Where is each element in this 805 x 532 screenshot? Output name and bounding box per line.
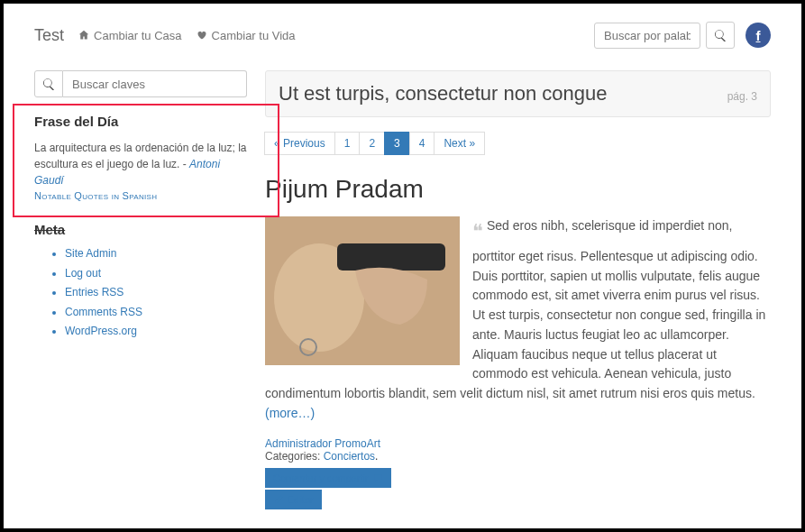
top-search-button[interactable] bbox=[706, 22, 735, 49]
svg-rect-2 bbox=[337, 243, 445, 271]
post-1-comment-button[interactable]: Comentar y compartir bbox=[265, 468, 391, 488]
search-icon bbox=[43, 78, 55, 90]
post-1-author[interactable]: Administrador PromoArt bbox=[265, 437, 380, 450]
post-1-more-link[interactable]: (more…) bbox=[265, 406, 315, 420]
page-2[interactable]: 2 bbox=[359, 132, 385, 155]
nav-home[interactable]: Cambiar tu Casa bbox=[78, 29, 182, 42]
nav-home-label: Cambiar tu Casa bbox=[94, 29, 182, 42]
meta-link-site-admin[interactable]: Site Admin bbox=[65, 247, 116, 260]
meta-title: Meta bbox=[34, 222, 247, 237]
post-1-category[interactable]: Conciertos bbox=[324, 450, 375, 463]
meta-link-entries-rss[interactable]: Entries RSS bbox=[65, 286, 123, 298]
meta-link-logout[interactable]: Log out bbox=[65, 267, 101, 280]
meta-list: Site Admin Log out Entries RSS Comments … bbox=[34, 244, 247, 342]
page-title: Ut est turpis, consectetur non congue bbox=[279, 82, 727, 105]
home-icon bbox=[78, 30, 89, 41]
page-next[interactable]: Next » bbox=[434, 132, 485, 155]
post-2-title: Suspendisse pretium bbox=[265, 527, 771, 532]
search-icon bbox=[715, 30, 727, 41]
facebook-icon: f bbox=[756, 28, 761, 43]
top-search-input[interactable] bbox=[594, 23, 700, 49]
heart-icon bbox=[197, 30, 207, 41]
topbar: Test Cambiar tu Casa Cambiar tu Vida f bbox=[34, 22, 771, 49]
comment-btn-label: Comentar y compartir bbox=[273, 472, 369, 483]
facebook-link[interactable]: f bbox=[746, 23, 771, 48]
post-2: Suspendisse pretium ❝Aliquam pellentesqu… bbox=[265, 527, 771, 532]
post-1-cat-label: Categories: bbox=[265, 450, 324, 463]
post-1-title: Pijum Pradam bbox=[265, 175, 771, 204]
post-1: Pijum Pradam bbox=[265, 175, 771, 509]
sidebar-search-input[interactable] bbox=[63, 70, 247, 97]
sidebar-search-button[interactable] bbox=[34, 70, 63, 97]
main-content: Ut est turpis, consectetur non congue pá… bbox=[265, 70, 771, 532]
post-1-edit-button[interactable]: Editar bbox=[265, 490, 322, 509]
pencil-icon bbox=[273, 495, 283, 505]
page-header: Ut est turpis, consectetur non congue pá… bbox=[265, 70, 771, 117]
nav-life-label: Cambiar tu Vida bbox=[212, 29, 296, 42]
page-4[interactable]: 4 bbox=[409, 132, 435, 155]
pagination: « Previous 1 2 3 4 Next » bbox=[265, 132, 771, 155]
comment-icon bbox=[373, 473, 383, 483]
sidebar-search bbox=[34, 70, 247, 97]
page-3[interactable]: 3 bbox=[384, 132, 410, 155]
highlight-box bbox=[13, 104, 279, 217]
quote-open-icon: ❝ bbox=[472, 220, 483, 243]
edit-btn-label: Editar bbox=[288, 494, 314, 505]
brand: Test bbox=[34, 26, 64, 45]
meta-link-wordpress[interactable]: WordPress.org bbox=[65, 325, 137, 337]
page-number: pág. 3 bbox=[727, 90, 757, 103]
post-image-placeholder-icon bbox=[265, 216, 460, 365]
page-1[interactable]: 1 bbox=[334, 132, 361, 155]
meta-link-comments-rss[interactable]: Comments RSS bbox=[65, 306, 142, 318]
nav-life[interactable]: Cambiar tu Vida bbox=[197, 29, 296, 42]
post-1-image bbox=[265, 216, 460, 365]
